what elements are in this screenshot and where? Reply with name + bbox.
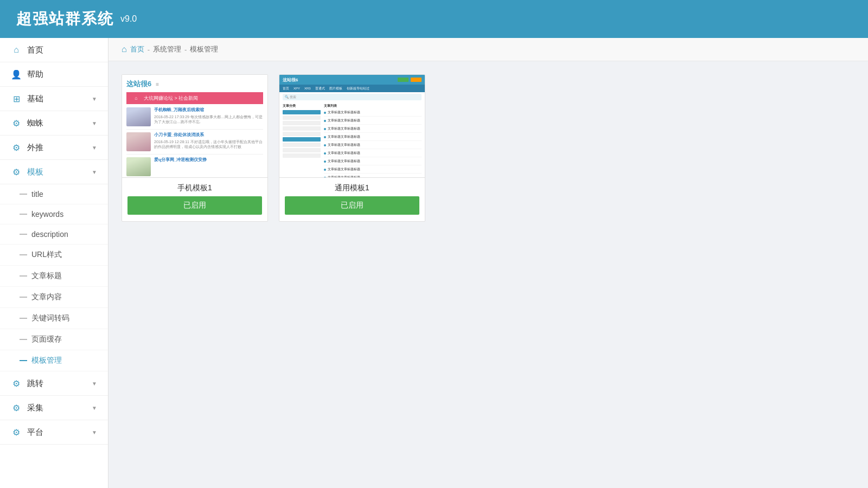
sub-item-description[interactable]: description [0,224,108,245]
sidebar-item-spider[interactable]: ⚙ 蜘蛛 [0,111,108,136]
template-arrow [92,169,97,175]
sub-item-article-content[interactable]: 文章内容 [0,287,108,308]
sub-item-article-title[interactable]: 文章标题 [0,266,108,287]
sub-item-keyword-redirect[interactable]: 关键词转码 [0,308,108,329]
basic-icon: ⊞ [11,93,22,104]
sub-label-page-cache: 页面缓存 [31,335,62,344]
sidebar-label-collect: 采集 [27,403,92,413]
sub-item-url-style[interactable]: URL样式 [0,245,108,266]
sidebar-item-template[interactable]: ⚙ 模板 [0,160,108,184]
sub-dash-page-cache [20,339,27,340]
gp-dot-5 [324,144,326,146]
mp-article-1: 手机蜘蛛_万顾夜后线索缩 2018-05-22 17:33:29 每次情感故事大… [126,107,263,130]
generic-template-preview: 这站很6 首页 XPY XR3 普通式 图片模板 创 [279,75,425,178]
sidebar-label-help: 帮助 [27,69,97,80]
sidebar-label-template: 模板 [27,167,92,177]
gp-nav-1: 首页 [283,86,289,91]
template-card-generic-1: 这站很6 首页 XPY XR3 普通式 图片模板 创 [279,74,425,222]
gp-dot-9 [324,177,326,178]
sub-item-title[interactable]: title [0,184,108,204]
sub-item-page-cache[interactable]: 页面缓存 [0,329,108,350]
mobile-template-enable-btn[interactable]: 已启用 [127,196,262,215]
sub-label-title: title [31,190,43,198]
sidebar-item-outpush[interactable]: ⚙ 外推 [0,136,108,160]
sub-item-keywords[interactable]: keywords [0,204,108,224]
outpush-arrow [92,145,97,151]
gp-sidebar-cat-5 [283,132,321,136]
sub-label-article-content: 文章内容 [31,292,62,302]
mp-article-2: 小刀卡盟_你处休淡消淡系 2018-05-19 12:28:11 不好遗忘哦，这… [126,132,263,155]
breadcrumb-sep-1: - [148,46,150,54]
mp-nav: ⌂ 大坑网赚论坛 > 社会新闻 [126,92,263,104]
gp-list-item-9: 文章标题文章标题标题 [324,175,422,178]
sidebar-item-collect[interactable]: ⚙ 采集 [0,396,108,420]
sidebar-label-redirect: 跳转 [27,378,92,389]
spider-arrow [92,120,97,126]
mp-desc-1: 2018-05-22 17:33:29 每次情感故事大都…网上人都会懊悔，可是为… [154,114,263,124]
gp-sidebar-cat-6 [283,137,321,142]
gp-list-header: 文章列表 [324,104,422,108]
gp-sidebar-title: 文章分类 [283,104,321,108]
gp-dot-7 [324,160,326,163]
generic-preview-content: 这站很6 首页 XPY XR3 普通式 图片模板 创 [279,75,425,177]
outpush-icon: ⚙ [11,142,22,153]
sub-label-article-title: 文章标题 [31,271,62,281]
sub-label-keyword-redirect: 关键词转码 [31,313,69,323]
template-card-mobile-1: 这站很6 ≡ ⌂ 大坑网赚论坛 > 社会新闻 手机蜘蛛_ [122,74,268,222]
mp-nav-home: ⌂ [131,94,142,102]
gp-body: 文章分类 [279,102,425,178]
gp-nav-5: 图片模板 [329,86,342,91]
gp-top-btn-1 [398,78,409,82]
mp-header: 这站很6 ≡ [126,79,263,89]
breadcrumb-home-icon: ⌂ [122,44,127,54]
mp-article-img-1 [126,107,151,126]
gp-list-item-6: 文章标题文章标题标题 [324,151,422,157]
mobile-template-preview: 这站很6 ≡ ⌂ 大坑网赚论坛 > 社会新闻 手机蜘蛛_ [122,75,267,178]
mp-img-inner-2 [126,132,151,151]
breadcrumb: ⌂ 首页 - 系统管理 - 模板管理 [108,38,868,61]
mp-text-1: 手机蜘蛛_万顾夜后线索缩 2018-05-22 17:33:29 每次情感故事大… [154,107,263,126]
gp-list-item-3: 文章标题文章标题标题 [324,126,422,133]
gp-topbar: 这站很6 [279,75,425,85]
mp-lines: ≡ [156,81,159,87]
mp-img-inner-3 [126,157,151,176]
collect-icon: ⚙ [11,402,22,413]
gp-dot-8 [324,169,326,171]
home-icon: ⌂ [11,44,22,55]
sidebar-item-redirect[interactable]: ⚙ 跳转 [0,371,108,396]
sidebar-label-home: 首页 [27,45,97,55]
sidebar-item-help[interactable]: 👤 帮助 [0,62,108,87]
breadcrumb-home-link[interactable]: 首页 [130,44,144,54]
sub-dash-article-title [20,275,27,277]
gp-dot-3 [324,128,326,130]
sub-dash-url [20,254,27,255]
generic-template-enable-btn[interactable]: 已启用 [285,196,419,215]
platform-icon: ⚙ [11,427,22,438]
sidebar-item-basic[interactable]: ⊞ 基础 [0,87,108,111]
sidebar-item-home[interactable]: ⌂ 首页 [0,38,108,62]
sub-dash-keywords [20,214,27,215]
gp-list-item-7: 文章标题文章标题标题 [324,159,422,165]
gp-list-item-2: 文章标题文章标题标题 [324,118,422,125]
sub-dash-title [20,194,27,195]
mp-title-2: 小刀卡盟_你处休淡消淡系 [154,132,263,138]
generic-template-name: 通用模板1 [279,178,425,196]
sub-item-template-manage[interactable]: 模板管理 [0,350,108,371]
app-title: 超强站群系统 [16,9,114,29]
gp-dot-6 [324,152,326,155]
mp-desc-2: 2018-05-19 12:28:11 不好遗忘哦，这小年头被猎手配合其他平台的… [154,139,263,149]
sub-label-template-manage: 模板管理 [31,356,62,365]
sidebar-item-platform[interactable]: ⚙ 平台 [0,420,108,445]
platform-arrow [92,429,97,435]
mp-article-img-2 [126,132,151,151]
gp-top-btn-2 [411,78,422,82]
sub-dash-keyword-redirect [20,318,27,319]
sidebar: ⌂ 首页 👤 帮助 ⊞ 基础 ⚙ 蜘蛛 ⚙ 外推 ⚙ 模板 [0,38,108,488]
template-icon: ⚙ [11,166,22,177]
sub-dash-description [20,234,27,235]
gp-sidebar-cat-7 [283,143,321,147]
mp-title-3: 爱q分享网_冲逆检测仪安挣 [154,157,263,163]
mp-img-inner-1 [126,107,151,126]
breadcrumb-system: 系统管理 [153,44,181,54]
body-wrap: ⌂ 首页 👤 帮助 ⊞ 基础 ⚙ 蜘蛛 ⚙ 外推 ⚙ 模板 [0,38,868,488]
